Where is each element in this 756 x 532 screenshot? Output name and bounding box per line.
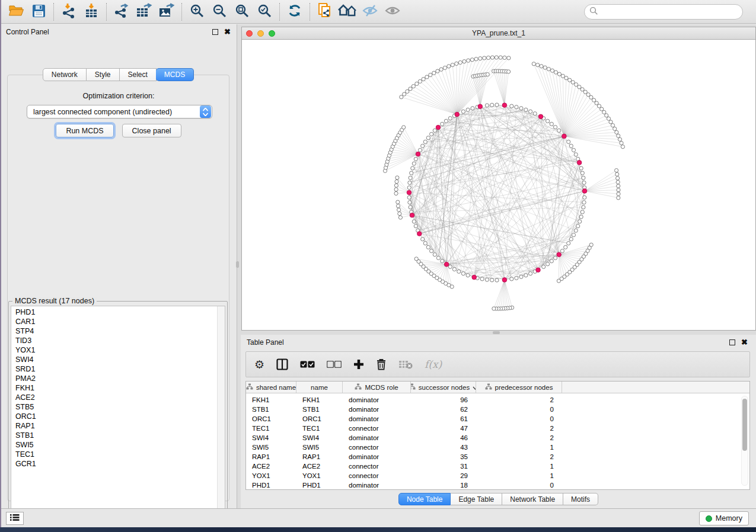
network-node[interactable]	[543, 66, 547, 69]
network-node[interactable]	[441, 259, 444, 263]
mcds-result-item[interactable]: TID3	[11, 336, 225, 345]
network-node[interactable]	[423, 242, 427, 245]
network-node[interactable]	[394, 188, 398, 191]
close-panel-icon[interactable]: ✖	[224, 29, 231, 35]
float-table-panel-icon[interactable]	[729, 339, 735, 345]
run-mcds-button[interactable]: Run MCDS	[56, 124, 113, 137]
network-node[interactable]	[583, 90, 587, 94]
table-row[interactable]: SWI5SWI5connector431	[246, 443, 749, 452]
table-cell[interactable]: dominator	[343, 405, 411, 414]
mcds-result-list[interactable]: PHD1CAR1STP4TID3YOX1SWI4SRD1PMA2FKH1ACE2…	[11, 306, 225, 519]
network-node[interactable]	[550, 259, 553, 263]
table-cell[interactable]: FKH1	[296, 395, 343, 405]
network-node[interactable]	[582, 181, 586, 184]
table-cell[interactable]: 0	[476, 405, 562, 414]
close-window-icon[interactable]	[246, 30, 253, 37]
table-cell[interactable]: 46	[411, 433, 476, 443]
table-cell[interactable]: connector	[343, 462, 411, 471]
network-node[interactable]	[409, 87, 412, 91]
network-node[interactable]	[605, 114, 608, 117]
export-network-button[interactable]	[111, 2, 132, 21]
mcds-result-item[interactable]: TEC1	[11, 450, 225, 459]
search-box[interactable]	[584, 4, 743, 20]
network-node[interactable]	[451, 63, 454, 67]
network-canvas[interactable]	[242, 40, 755, 330]
network-node[interactable]	[470, 58, 474, 62]
network-node[interactable]	[426, 245, 430, 249]
network-node[interactable]	[560, 249, 564, 253]
network-node[interactable]	[452, 267, 456, 271]
network-node[interactable]	[547, 68, 550, 71]
network-node[interactable]	[471, 107, 474, 110]
refresh-button[interactable]	[285, 2, 305, 21]
mcds-result-item[interactable]: PHD1	[11, 307, 225, 317]
table-cell[interactable]: connector	[343, 443, 411, 452]
network-node[interactable]	[554, 126, 557, 129]
network-dominator-node[interactable]	[582, 189, 587, 194]
mcds-result-item[interactable]: SWI5	[11, 440, 225, 450]
network-node[interactable]	[412, 85, 415, 88]
table-row[interactable]: ORC1ORC1dominator610	[246, 414, 749, 424]
table-cell[interactable]: RAP1	[296, 452, 343, 462]
network-node[interactable]	[536, 63, 540, 67]
show-all-button[interactable]	[382, 2, 403, 21]
network-dominator-node[interactable]	[502, 278, 507, 283]
export-table-button[interactable]	[134, 2, 154, 21]
table-cell[interactable]: SWI5	[296, 443, 343, 452]
network-node[interactable]	[414, 225, 417, 228]
table-cell[interactable]: 0	[476, 414, 562, 424]
network-node[interactable]	[616, 177, 620, 180]
network-node[interactable]	[433, 253, 436, 257]
settings-gear-icon[interactable]: ⚙	[254, 359, 264, 370]
network-node[interactable]	[495, 103, 499, 107]
tab-mcds[interactable]: MCDS	[156, 68, 194, 81]
network-node[interactable]	[461, 110, 465, 113]
table-cell[interactable]: TEC1	[246, 424, 296, 433]
network-node[interactable]	[621, 145, 624, 149]
mcds-result-item[interactable]: PMA2	[11, 374, 225, 383]
table-cell[interactable]: 18	[411, 480, 476, 490]
network-node[interactable]	[567, 242, 570, 245]
table-cell[interactable]: dominator	[343, 433, 411, 443]
network-node[interactable]	[571, 81, 575, 84]
network-node[interactable]	[395, 180, 398, 183]
network-dominator-node[interactable]	[417, 232, 422, 236]
table-cell[interactable]: STB1	[296, 405, 343, 414]
network-dominator-node[interactable]	[577, 161, 582, 165]
network-dominator-node[interactable]	[536, 268, 541, 273]
network-dominator-node[interactable]	[416, 152, 420, 156]
network-node[interactable]	[600, 107, 604, 111]
minimize-window-icon[interactable]	[257, 30, 264, 37]
add-column-icon[interactable]	[353, 359, 364, 370]
network-node[interactable]	[533, 112, 537, 116]
network-node[interactable]	[524, 274, 528, 277]
table-cell[interactable]: STB1	[246, 405, 296, 414]
network-node[interactable]	[411, 166, 414, 170]
table-cell[interactable]: dominator	[343, 480, 411, 490]
zoom-fit-button[interactable]	[232, 2, 252, 21]
table-cell[interactable]: connector	[343, 424, 411, 433]
network-node[interactable]	[611, 124, 614, 127]
table-cell[interactable]: 96	[411, 395, 476, 405]
table-cell[interactable]: ACE2	[296, 462, 343, 471]
network-node[interactable]	[572, 233, 575, 237]
network-node[interactable]	[597, 104, 601, 108]
vertical-splitter-handle[interactable]	[236, 261, 239, 268]
close-table-panel-icon[interactable]: ✖	[741, 339, 748, 345]
network-node[interactable]	[480, 277, 484, 281]
network-node[interactable]	[582, 206, 585, 209]
network-node[interactable]	[550, 69, 554, 72]
network-dominator-node[interactable]	[502, 103, 507, 108]
network-node[interactable]	[529, 110, 532, 113]
table-row[interactable]: STB1STB1dominator620	[246, 405, 749, 414]
network-node[interactable]	[617, 184, 620, 188]
network-node[interactable]	[490, 56, 494, 59]
network-node[interactable]	[409, 206, 412, 209]
network-dominator-node[interactable]	[407, 190, 412, 195]
table-cell[interactable]: FKH1	[246, 395, 296, 405]
hide-selected-button[interactable]	[360, 2, 380, 21]
maximize-window-icon[interactable]	[269, 30, 275, 37]
import-table-button[interactable]	[81, 2, 101, 21]
table-cell[interactable]: 2	[476, 433, 562, 443]
mcds-result-item[interactable]: CAR1	[11, 317, 225, 326]
